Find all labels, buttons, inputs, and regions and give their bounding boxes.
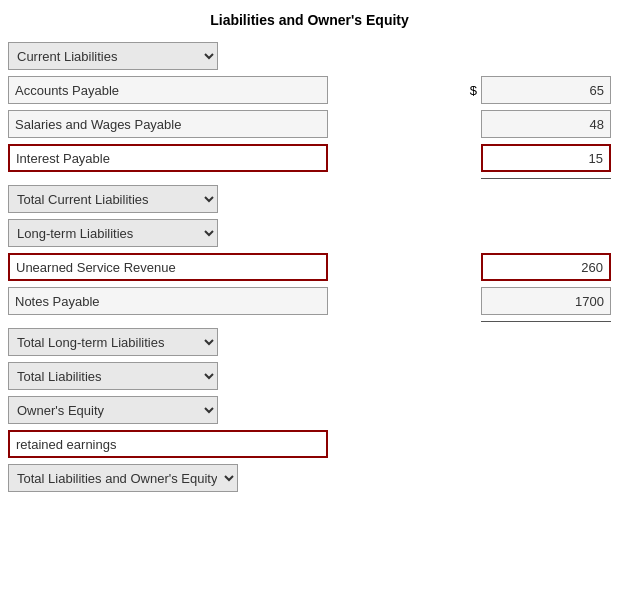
total-liabilities-row: Total Liabilities <box>8 362 611 390</box>
notes-payable-label[interactable] <box>8 287 328 315</box>
long-term-liabilities-dropdown[interactable]: Long-term Liabilities <box>8 219 218 247</box>
total-long-term-liabilities-dropdown[interactable]: Total Long-term Liabilities <box>8 328 218 356</box>
notes-payable-value[interactable] <box>481 287 611 315</box>
salaries-wages-payable-label[interactable] <box>8 110 328 138</box>
accounts-payable-value[interactable] <box>481 76 611 104</box>
accounts-payable-row: $ <box>8 76 611 104</box>
dollar-sign: $ <box>457 83 477 98</box>
interest-payable-row <box>8 144 611 172</box>
total-liabilities-owners-equity-row: Total Liabilities and Owner's Equity <box>8 464 611 492</box>
interest-payable-value[interactable] <box>481 144 611 172</box>
total-current-liabilities-dropdown[interactable]: Total Current Liabilities <box>8 185 218 213</box>
underline-row-2 <box>8 321 611 322</box>
accounts-payable-label[interactable] <box>8 76 328 104</box>
total-liabilities-dropdown[interactable]: Total Liabilities <box>8 362 218 390</box>
long-term-liabilities-row: Long-term Liabilities <box>8 219 611 247</box>
current-liabilities-dropdown[interactable]: Current Liabilities <box>8 42 218 70</box>
current-liabilities-row: Current Liabilities <box>8 42 611 70</box>
total-long-term-liabilities-row: Total Long-term Liabilities <box>8 328 611 356</box>
unearned-service-revenue-label[interactable] <box>8 253 328 281</box>
owners-equity-row: Owner's Equity <box>8 396 611 424</box>
total-liabilities-owners-equity-dropdown[interactable]: Total Liabilities and Owner's Equity <box>8 464 238 492</box>
unearned-service-revenue-row <box>8 253 611 281</box>
salaries-wages-payable-row <box>8 110 611 138</box>
total-current-liabilities-row: Total Current Liabilities <box>8 185 611 213</box>
retained-earnings-row <box>8 430 611 458</box>
unearned-service-revenue-value[interactable] <box>481 253 611 281</box>
underline-row-1 <box>8 178 611 179</box>
notes-payable-row <box>8 287 611 315</box>
interest-payable-label[interactable] <box>8 144 328 172</box>
retained-earnings-label[interactable] <box>8 430 328 458</box>
owners-equity-dropdown[interactable]: Owner's Equity <box>8 396 218 424</box>
salaries-wages-payable-value[interactable] <box>481 110 611 138</box>
page-title: Liabilities and Owner's Equity <box>8 8 611 32</box>
